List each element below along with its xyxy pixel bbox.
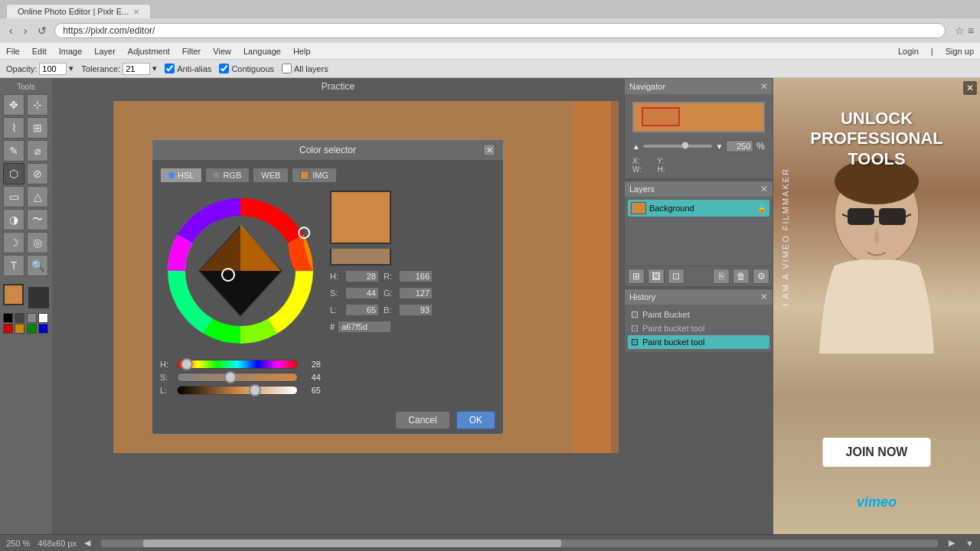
eraser-tool[interactable]: ▭ (3, 186, 24, 207)
tab-hsl[interactable]: HSL (160, 168, 202, 183)
menu-help[interactable]: Help (293, 47, 311, 56)
background-color-swatch[interactable] (28, 287, 49, 308)
ad-close-button[interactable]: ✕ (963, 81, 977, 95)
history-item-1[interactable]: ⊡ Paint Bucket (628, 308, 769, 321)
ok-button[interactable]: OK (456, 411, 495, 429)
scroll-left-icon[interactable]: ◀ (84, 538, 90, 548)
layers-close-icon[interactable]: ✕ (760, 184, 768, 194)
tab-rgb[interactable]: RGB (205, 168, 250, 183)
h-slider-thumb[interactable] (181, 358, 193, 370)
foreground-color-swatch[interactable] (3, 284, 24, 305)
g-value-input[interactable] (399, 287, 433, 299)
scroll-down-icon[interactable]: ▼ (965, 539, 974, 548)
layers-copy-btn[interactable]: ⎘ (713, 269, 730, 284)
zoom-out-icon[interactable]: ▲ (632, 142, 640, 151)
canvas-area[interactable]: Practice Color selector ✕ HSL (52, 78, 624, 534)
swatch-orange[interactable] (15, 324, 24, 334)
history-close-icon[interactable]: ✕ (760, 292, 768, 302)
bookmark-icon[interactable]: ☆ (955, 24, 965, 37)
dialog-close-button[interactable]: ✕ (483, 144, 495, 156)
color-selector-dialog[interactable]: Color selector ✕ HSL RGB WEB (152, 139, 504, 435)
menu-image[interactable]: Image (59, 47, 83, 56)
hex-input[interactable] (338, 321, 391, 333)
layers-group-btn[interactable]: ⊡ (668, 269, 684, 284)
h-slider-track[interactable] (177, 360, 298, 369)
navigator-preview[interactable] (632, 102, 765, 132)
s-value-input[interactable] (345, 287, 379, 299)
navigator-close-icon[interactable]: ✕ (760, 81, 768, 92)
layers-grid-view-btn[interactable]: ⊞ (628, 269, 645, 284)
layer-background[interactable]: Background 🔒 (628, 200, 769, 217)
tab-close-icon[interactable]: ✕ (133, 8, 139, 16)
anti-alias-control[interactable]: Anti-alias (165, 64, 211, 73)
eyedropper-tool[interactable]: ⊘ (27, 163, 48, 184)
navigator-zoom-slider[interactable] (643, 145, 713, 148)
blur-tool[interactable]: ◎ (27, 232, 48, 253)
l-slider-thumb[interactable] (249, 384, 261, 396)
shape-tool[interactable]: △ (27, 186, 48, 207)
layers-delete-btn[interactable]: 🗑 (733, 269, 750, 284)
smudge-tool[interactable]: 〜 (27, 209, 48, 230)
swatch-white[interactable] (38, 313, 48, 323)
settings-icon[interactable]: ≡ (968, 24, 974, 37)
swatch-black[interactable] (3, 313, 13, 323)
zoom-value-input[interactable] (726, 140, 753, 152)
menu-edit[interactable]: Edit (32, 47, 47, 56)
anti-alias-checkbox[interactable] (165, 64, 175, 73)
url-bar[interactable] (54, 23, 945, 38)
s-slider-thumb[interactable] (224, 371, 237, 383)
menu-language[interactable]: Language (243, 47, 281, 56)
tolerance-dropdown-icon[interactable]: ▾ (152, 64, 157, 73)
h-value-input[interactable] (345, 270, 379, 282)
dodge-tool[interactable]: ☽ (3, 232, 24, 253)
swatch-green[interactable] (27, 324, 37, 334)
contiguous-checkbox[interactable] (219, 64, 229, 73)
l-slider-track[interactable] (177, 386, 298, 395)
crop-tool[interactable]: ⊞ (27, 117, 48, 139)
tab-web[interactable]: WEB (253, 168, 289, 183)
menu-filter[interactable]: Filter (182, 47, 201, 56)
tolerance-input[interactable] (122, 63, 150, 75)
scroll-right-icon[interactable]: ▶ (949, 538, 955, 548)
menu-file[interactable]: File (6, 47, 20, 56)
history-item-2[interactable]: ⊡ Paint bucket tool (628, 321, 769, 335)
color-wheel[interactable] (160, 191, 321, 351)
refresh-button[interactable]: ↺ (34, 23, 50, 38)
layers-settings-btn[interactable]: ⚙ (753, 269, 769, 284)
opacity-input[interactable] (39, 63, 67, 75)
login-link[interactable]: Login (898, 47, 919, 56)
forward-button[interactable]: › (21, 23, 31, 38)
all-layers-checkbox[interactable] (282, 64, 292, 73)
zoom-in-icon[interactable]: ▼ (715, 142, 723, 151)
back-button[interactable]: ‹ (6, 23, 16, 38)
menu-view[interactable]: View (213, 47, 231, 56)
status-scrollbar[interactable] (101, 540, 938, 547)
brush-tool[interactable]: ⌀ (27, 140, 48, 161)
text-tool[interactable]: T (3, 255, 24, 276)
join-now-button[interactable]: JOIN NOW (823, 438, 931, 467)
opacity-dropdown-icon[interactable]: ▾ (69, 64, 74, 73)
menu-layer[interactable]: Layer (94, 47, 116, 56)
gradient-tool[interactable]: ◑ (3, 209, 24, 230)
contiguous-control[interactable]: Contiguous (219, 64, 274, 73)
menu-adjustment[interactable]: Adjustment (128, 47, 170, 56)
layers-add-btn[interactable]: 🖼 (648, 269, 665, 284)
swatch-gray[interactable] (27, 313, 37, 323)
lasso-tool[interactable]: ⌇ (3, 117, 24, 139)
swatch-dark-gray[interactable] (15, 313, 24, 323)
l-value-input[interactable] (345, 304, 379, 316)
s-slider-track[interactable] (177, 373, 298, 382)
all-layers-control[interactable]: All layers (282, 64, 328, 73)
signup-link[interactable]: Sign up (946, 47, 974, 56)
select-tool[interactable]: ⊹ (27, 94, 48, 116)
move-tool[interactable]: ✥ (3, 94, 24, 116)
tab-img[interactable]: IMG (292, 168, 337, 183)
paint-bucket-tool[interactable]: ⬡ (3, 163, 24, 184)
r-value-input[interactable] (399, 270, 433, 282)
swatch-red[interactable] (3, 324, 13, 334)
swatch-blue[interactable] (38, 324, 48, 334)
cancel-button[interactable]: Cancel (395, 411, 449, 429)
history-item-3[interactable]: ⊡ Paint bucket tool (628, 335, 769, 349)
active-tab[interactable]: Online Photo Editor | Pixlr E... ✕ (6, 4, 151, 18)
zoom-tool[interactable]: 🔍 (27, 255, 48, 276)
